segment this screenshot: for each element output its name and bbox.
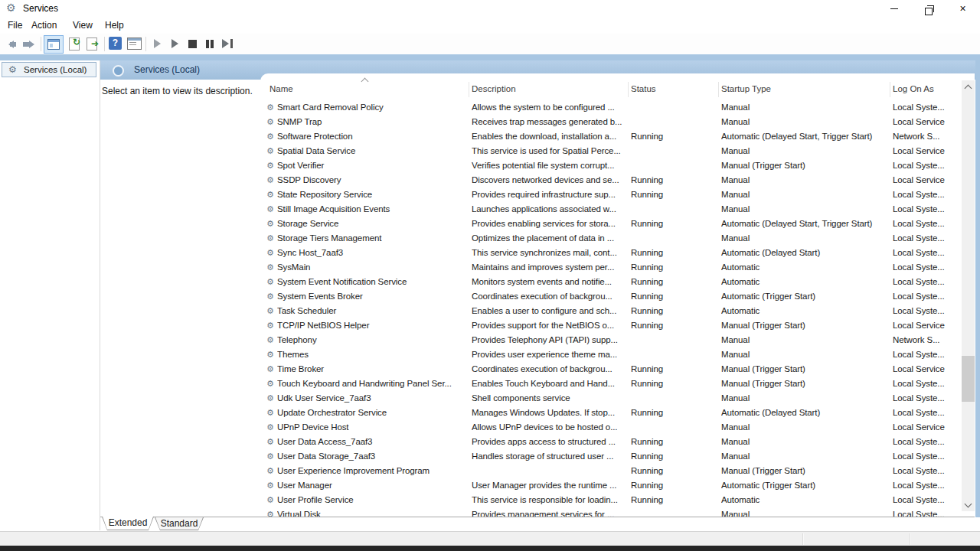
table-row[interactable]: ⚙User Data Storage_7aaf3Handles storage … <box>260 449 962 464</box>
table-row[interactable]: ⚙Storage ServiceProvides enabling servic… <box>260 217 962 231</box>
service-logon-as: Local Syste... <box>893 478 960 493</box>
table-row[interactable]: ⚙TelephonyProvides Telephony API (TAPI) … <box>260 333 962 347</box>
show-console-tree-button[interactable] <box>44 35 64 54</box>
table-row[interactable]: ⚙User ManagerUser Manager provides the r… <box>260 478 962 493</box>
service-status <box>631 158 717 173</box>
service-gear-icon: ⚙ <box>266 478 276 493</box>
help-icon[interactable]: ? <box>109 37 122 50</box>
forward-icon[interactable] <box>29 41 38 48</box>
table-row[interactable]: ⚙Smart Card Removal PolicyAllows the sys… <box>260 100 962 115</box>
service-description: This service is responsible for loadin..… <box>472 493 629 507</box>
table-row[interactable]: ⚙User Experience Improvement ProgramRunn… <box>260 464 962 478</box>
table-row[interactable]: ⚙System Events BrokerCoordinates executi… <box>260 289 962 304</box>
service-startup-type: Manual <box>721 333 891 347</box>
table-row[interactable]: ⚙State Repository ServiceProvides requir… <box>260 187 962 202</box>
table-row[interactable]: ⚙ThemesProvides user experience theme ma… <box>260 347 962 362</box>
column-header-name[interactable]: Name <box>270 84 293 93</box>
selection-hint-text: Select an item to view its description. <box>102 86 253 96</box>
service-startup-type: Automatic (Delayed Start) <box>721 406 891 420</box>
service-startup-type: Manual <box>721 202 891 217</box>
column-header-description[interactable]: Description <box>472 84 516 93</box>
table-row[interactable]: ⚙UPnP Device HostAllows UPnP devices to … <box>260 420 962 435</box>
table-row[interactable]: ⚙System Event Notification ServiceMonito… <box>260 275 962 289</box>
service-gear-icon: ⚙ <box>266 449 276 464</box>
service-name: Sync Host_7aaf3 <box>277 246 470 260</box>
table-row[interactable]: ⚙Task SchedulerEnables a user to configu… <box>260 304 962 318</box>
menu-view[interactable]: View <box>73 20 93 31</box>
chevron-up-icon <box>965 85 972 93</box>
properties-icon[interactable] <box>127 37 142 50</box>
vertical-scrollbar[interactable] <box>962 80 975 511</box>
minimize-button[interactable] <box>877 0 911 17</box>
restore-button[interactable] <box>911 0 946 17</box>
tab-extended[interactable]: Extended <box>102 517 154 530</box>
scroll-down-button[interactable] <box>962 498 975 511</box>
resume-service-icon[interactable] <box>172 39 178 48</box>
table-row[interactable]: ⚙Udk User Service_7aaf3Shell components … <box>260 391 962 406</box>
service-description: Receives trap messages generated b... <box>472 115 629 129</box>
service-gear-icon: ⚙ <box>266 231 276 246</box>
stop-service-icon[interactable] <box>188 40 197 48</box>
service-gear-icon: ⚙ <box>266 318 276 333</box>
back-icon-tail <box>10 42 16 47</box>
service-name: SysMain <box>277 260 470 275</box>
service-status: Running <box>631 187 717 202</box>
service-startup-type: Manual <box>721 420 891 435</box>
service-gear-icon: ⚙ <box>266 362 276 377</box>
service-startup-type: Manual <box>721 347 891 362</box>
column-header-status[interactable]: Status <box>631 84 656 93</box>
service-name: Smart Card Removal Policy <box>277 100 470 115</box>
service-name: Software Protection <box>277 129 470 144</box>
table-row[interactable]: ⚙Spot VerifierVerifies potential file sy… <box>260 158 962 173</box>
table-row[interactable]: ⚙User Data Access_7aaf3Provides apps acc… <box>260 435 962 449</box>
service-description: Provides apps access to structured ... <box>472 435 629 449</box>
table-row[interactable]: ⚙Still Image Acquisition EventsLaunches … <box>260 202 962 217</box>
service-status: Running <box>631 362 717 377</box>
menu-bar: File Action View Help <box>0 17 980 34</box>
table-row[interactable]: ⚙SysMainMaintains and improves system pe… <box>260 260 962 275</box>
service-name: SSDP Discovery <box>277 173 470 187</box>
column-header-logon[interactable]: Log On As <box>893 84 934 93</box>
table-row[interactable]: ⚙User Profile ServiceThis service is res… <box>260 493 962 507</box>
menu-help[interactable]: Help <box>105 20 124 31</box>
view-frame-top <box>0 54 980 60</box>
service-gear-icon: ⚙ <box>266 304 276 318</box>
table-row[interactable]: ⚙Update Orchestrator ServiceManages Wind… <box>260 406 962 420</box>
menu-file[interactable]: File <box>8 20 22 31</box>
service-gear-icon: ⚙ <box>266 333 276 347</box>
service-gear-icon: ⚙ <box>266 100 276 115</box>
service-status: Running <box>631 304 717 318</box>
service-logon-as: Local Syste... <box>893 158 960 173</box>
restart-service-icon[interactable] <box>222 39 229 48</box>
table-row[interactable]: ⚙Time BrokerCoordinates execution of bac… <box>260 362 962 377</box>
service-startup-type: Manual (Trigger Start) <box>721 318 891 333</box>
service-gear-icon: ⚙ <box>266 275 276 289</box>
table-row[interactable]: ⚙TCP/IP NetBIOS HelperProvides support f… <box>260 318 962 333</box>
table-row[interactable]: ⚙SNMP TrapReceives trap messages generat… <box>260 115 962 129</box>
scrollbar-thumb[interactable] <box>962 356 975 402</box>
menu-action[interactable]: Action <box>31 20 57 31</box>
tab-standard[interactable]: Standard <box>155 517 204 530</box>
status-pane-divider <box>910 533 911 545</box>
header-separator <box>718 82 719 97</box>
export-arrow-glyph: ➔ <box>91 38 99 49</box>
service-status: Running <box>631 129 717 144</box>
service-name: User Profile Service <box>277 493 470 507</box>
restart-service-icon-bar <box>230 39 233 48</box>
table-row[interactable]: ⚙Sync Host_7aaf3This service synchronize… <box>260 246 962 260</box>
service-startup-type: Manual <box>721 144 891 158</box>
table-row[interactable]: ⚙Software ProtectionEnables the download… <box>260 129 962 144</box>
forward-icon-tail <box>23 42 29 47</box>
table-row[interactable]: ⚙Storage Tiers ManagementOptimizes the p… <box>260 231 962 246</box>
column-header-startup[interactable]: Startup Type <box>721 84 771 93</box>
table-row[interactable]: ⚙Touch Keyboard and Handwriting Panel Se… <box>260 377 962 391</box>
start-service-icon[interactable] <box>154 39 161 48</box>
service-description: Enables the download, installation a... <box>472 129 629 144</box>
table-row[interactable]: ⚙SSDP DiscoveryDiscovers networked devic… <box>260 173 962 187</box>
pause-service-icon[interactable] <box>206 40 209 48</box>
service-name: Telephony <box>277 333 470 347</box>
table-row[interactable]: ⚙Spatial Data ServiceThis service is use… <box>260 144 962 158</box>
scroll-up-button[interactable] <box>962 80 975 93</box>
close-button[interactable]: × <box>946 0 980 17</box>
tree-item-services-local[interactable]: ⚙ Services (Local) <box>2 62 96 77</box>
